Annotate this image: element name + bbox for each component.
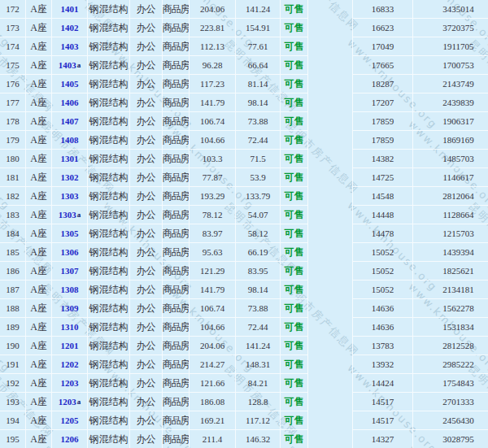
structure-cell: 钢混结构	[88, 112, 130, 131]
usage-cell: 办公	[130, 430, 163, 448]
spacer-cell	[308, 262, 352, 281]
status-cell: 可售	[281, 374, 308, 393]
room-link[interactable]: 1401	[61, 4, 79, 14]
spacer-cell	[308, 355, 352, 374]
total-price-cell: 3435014	[413, 0, 488, 19]
spacer-cell	[308, 131, 352, 150]
room-link[interactable]: 1309	[61, 303, 79, 313]
unit-price-cell: 13932	[352, 355, 413, 374]
table-row: 184A座1305钢混结构办公商品房83.9758.12可售1447812157…	[0, 224, 488, 243]
row-number: 174	[0, 37, 26, 56]
total-price-cell: 1906317	[413, 112, 488, 131]
spacer-cell	[308, 187, 352, 206]
row-number: 179	[0, 131, 26, 150]
row-number: 178	[0, 112, 26, 131]
inner-area-cell: 141.24	[236, 337, 281, 355]
status-available-label: 可售	[285, 433, 304, 446]
inner-area-cell: 141.24	[236, 0, 281, 19]
room-cell: 1303	[52, 187, 88, 206]
type-cell: 商品房	[163, 131, 190, 150]
room-link[interactable]: 1203	[59, 397, 76, 407]
row-number: 186	[0, 262, 26, 281]
total-price-cell: 2701333	[413, 393, 488, 411]
status-cell: 可售	[281, 430, 308, 448]
building-cell: A座	[26, 224, 52, 243]
status-available-label: 可售	[285, 414, 304, 428]
total-price-cell: 3720375	[413, 19, 488, 37]
structure-cell: 钢混结构	[88, 430, 130, 448]
usage-cell: 办公	[130, 75, 163, 94]
room-link[interactable]: 1405	[61, 79, 79, 89]
area-cell: 121.66	[190, 374, 236, 393]
area-cell: 223.81	[190, 19, 236, 37]
room-link[interactable]: 1203	[61, 378, 79, 388]
usage-cell: 办公	[130, 112, 163, 131]
total-price-cell: 1700753	[413, 56, 488, 75]
room-link[interactable]: 1201	[61, 341, 79, 350]
room-link[interactable]: 1406	[61, 98, 79, 107]
room-suffix: a	[77, 61, 81, 69]
table-row: 194A座1205钢混结构办公商品房169.21117.12可售14517245…	[0, 411, 488, 430]
table-row: 174A座1403钢混结构办公商品房112.1377.61可售170491911…	[0, 37, 488, 56]
room-link[interactable]: 1305	[61, 228, 79, 238]
room-link[interactable]: 1303	[61, 191, 79, 201]
room-link[interactable]: 1403	[59, 60, 76, 70]
room-link[interactable]: 1301	[61, 154, 79, 163]
total-price-cell: 2456430	[413, 411, 488, 430]
area-cell: 77.87	[190, 168, 236, 187]
building-cell: A座	[26, 337, 52, 355]
spacer-cell	[308, 281, 352, 299]
inner-area-cell: 53.9	[236, 168, 281, 187]
total-price-cell: 2134181	[413, 281, 488, 299]
table-row: 190A座1201钢混结构办公商品房204.06141.24可售13783281…	[0, 337, 488, 355]
inner-area-cell: 148.31	[236, 355, 281, 374]
row-number: 188	[0, 299, 26, 318]
area-cell: 103.3	[190, 150, 236, 168]
usage-cell: 办公	[130, 0, 163, 19]
room-link[interactable]: 1310	[61, 322, 79, 332]
unit-price-cell: 14478	[352, 224, 413, 243]
room-link[interactable]: 1403	[61, 41, 79, 51]
room-link[interactable]: 1202	[61, 359, 79, 369]
inner-area-cell: 73.88	[236, 112, 281, 131]
usage-cell: 办公	[130, 56, 163, 75]
status-available-label: 可售	[285, 264, 304, 278]
area-cell: 186.08	[190, 393, 236, 411]
spacer-cell	[308, 19, 352, 37]
status-available-label: 可售	[285, 133, 304, 147]
room-cell: 1302	[52, 168, 88, 187]
room-cell: 1403a	[52, 56, 88, 75]
area-cell: 96.28	[190, 56, 236, 75]
type-cell: 商品房	[163, 374, 190, 393]
room-cell: 1205	[52, 411, 88, 430]
room-link[interactable]: 1205	[61, 415, 79, 425]
status-cell: 可售	[281, 150, 308, 168]
row-number: 177	[0, 94, 26, 112]
room-link[interactable]: 1408	[61, 135, 79, 145]
room-link[interactable]: 1306	[61, 247, 79, 257]
room-cell: 1203a	[52, 393, 88, 411]
row-number: 185	[0, 243, 26, 262]
total-price-cell: 1869169	[413, 131, 488, 150]
room-link[interactable]: 1307	[61, 266, 79, 276]
room-link[interactable]: 1302	[61, 172, 79, 182]
room-link[interactable]: 1407	[61, 116, 79, 126]
building-cell: A座	[26, 430, 52, 448]
structure-cell: 钢混结构	[88, 262, 130, 281]
usage-cell: 办公	[130, 94, 163, 112]
status-cell: 可售	[281, 411, 308, 430]
row-number: 192	[0, 374, 26, 393]
table-row: 178A座1407钢混结构办公商品房106.7473.88可售178591906…	[0, 112, 488, 131]
table-row: 188A座1309钢混结构办公商品房106.7473.88可售146361562…	[0, 299, 488, 318]
table-row: 192A座1203钢混结构办公商品房121.6684.21可售144241754…	[0, 374, 488, 393]
unit-price-cell: 17665	[352, 56, 413, 75]
status-available-label: 可售	[285, 339, 304, 353]
area-cell: 78.12	[190, 206, 236, 224]
room-link[interactable]: 1206	[61, 434, 79, 444]
total-price-cell: 1825621	[413, 262, 488, 281]
room-link[interactable]: 1303	[59, 210, 76, 220]
room-link[interactable]: 1402	[61, 23, 79, 33]
room-link[interactable]: 1308	[61, 285, 79, 294]
total-price-cell: 2143749	[413, 75, 488, 94]
inner-area-cell: 58.12	[236, 224, 281, 243]
